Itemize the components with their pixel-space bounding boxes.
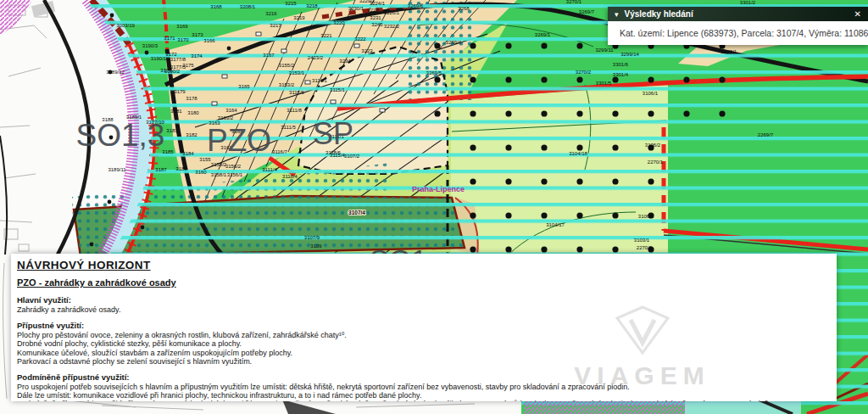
parcel-label: 3220 bbox=[333, 20, 345, 25]
parcel-label: 3104/18 bbox=[569, 151, 587, 156]
parcel-label: 3156/1 bbox=[227, 172, 243, 177]
parcel-label: 3301/4 bbox=[613, 72, 629, 77]
parcel-label: 3174 bbox=[191, 53, 203, 59]
parcel-label: 3184 bbox=[182, 151, 194, 156]
parcel-label: 3171 bbox=[164, 36, 175, 41]
search-results-header[interactable]: ▾ Výsledky hledání ✕ bbox=[608, 7, 868, 21]
parcel-label: 3231 bbox=[370, 15, 381, 20]
parcel-label: 3270/2 bbox=[576, 70, 592, 75]
parcel-label: 3107/9 bbox=[304, 235, 320, 240]
panel-subtitle: PZO - zahrádky a zahrádkové osady bbox=[17, 277, 828, 288]
section-line: Plochy pro pěstování ovoce, zeleniny a o… bbox=[17, 331, 828, 339]
parcel-label: 3181 bbox=[170, 109, 182, 114]
section-line: Podmíněně přípustné je využití přípustné… bbox=[17, 400, 828, 401]
parcel-label: 3170 bbox=[177, 37, 189, 42]
section-line: Pro uspokojení potřeb souvisejících s hl… bbox=[17, 383, 828, 391]
parcel-label: 3107/2 bbox=[344, 154, 360, 159]
zone-label: SO1,3 bbox=[76, 118, 165, 153]
parcel-label: 3166 bbox=[203, 38, 215, 43]
search-results-panel: ▾ Výsledky hledání ✕ Kat. území: Lipence… bbox=[608, 7, 868, 45]
parcel-label: 3269/6 bbox=[408, 3, 424, 8]
section-heading-permitted-use: Přípustné využití: bbox=[17, 321, 828, 330]
parcel-label: 3169 bbox=[176, 24, 188, 29]
parcel-label: 3160 bbox=[195, 170, 207, 175]
parcel-label: 3165 bbox=[238, 84, 250, 89]
parcel-label: 3189/11 bbox=[108, 167, 126, 172]
parcel-label: 3177/8 bbox=[170, 57, 186, 62]
parcel-label: 3229/2 bbox=[359, 0, 376, 3]
section-line: Drobné vodní plochy, cyklistické stezky,… bbox=[17, 339, 828, 348]
search-result-text: Kat. území: Lipence (683973), Parcela: 3… bbox=[620, 28, 868, 38]
parcel-label: 3115/6 bbox=[289, 90, 305, 95]
parcel-label: 3299/11 bbox=[595, 48, 614, 53]
zone-label: SP bbox=[313, 116, 353, 151]
parcel-label: 3230/1 bbox=[348, 6, 364, 11]
parcel-label: 3164 bbox=[225, 108, 237, 113]
selected-parcel-label: 3107/4 bbox=[348, 210, 365, 215]
parcel-label: 3215 bbox=[285, 1, 297, 6]
parcel-label: 3155/2 bbox=[279, 63, 295, 68]
parcel-label: 3167 bbox=[263, 53, 275, 58]
parcel-label: 3111/8 bbox=[287, 108, 302, 113]
parcel-label: 3153/2 bbox=[279, 82, 295, 87]
parcel-label: 3270/1 bbox=[566, 0, 582, 4]
parcel-label: 3190/1 bbox=[151, 56, 167, 61]
section-line: Dále lze umístit: komunikace vozidlové p… bbox=[17, 391, 828, 400]
parcel-label: 3111/5 bbox=[281, 125, 296, 130]
parcel-label: 3269/1 bbox=[535, 32, 551, 37]
zone-label: PZO bbox=[207, 123, 271, 158]
parcel-label: 3116/7 bbox=[272, 149, 288, 154]
search-results-title: Výsledky hledání bbox=[625, 9, 693, 19]
parcel-label: 3114/1 bbox=[312, 78, 328, 83]
parcel-label: 3226/1 bbox=[384, 10, 400, 15]
parcel-label: 3118/4 bbox=[282, 174, 298, 179]
zoning-info-panel: NÁVRHOVÝ HORIZONT PZO - zahrádky a zahrá… bbox=[11, 254, 837, 401]
parcel-label: 3189/12 bbox=[106, 70, 125, 75]
parcel-label: 3269/7 bbox=[579, 9, 595, 14]
parcel-label: 3106/2 bbox=[645, 143, 661, 148]
parcel-label: 3190/3 bbox=[142, 43, 159, 48]
parcel-label: 3301/5 bbox=[596, 81, 612, 86]
parcel-label: 2269/7 bbox=[758, 132, 774, 137]
parcel-label: 3183 bbox=[166, 128, 178, 133]
parcel-label: 3153/1 bbox=[289, 70, 305, 76]
parcel-label: 3111/4 bbox=[262, 167, 277, 172]
parcel-label: 3003/19 bbox=[116, 23, 135, 28]
parcel-label: 3182 bbox=[186, 132, 198, 137]
section-heading-conditional-use: Podmíněně přípustné využití: bbox=[17, 372, 828, 382]
parcel-label: 3180 bbox=[187, 110, 199, 115]
parcel-label: 3245 bbox=[371, 22, 383, 27]
parcel-label: 3168 bbox=[210, 4, 222, 9]
parcel-label: 3301/2 bbox=[740, 0, 756, 5]
parcel-label: 3158/1 bbox=[211, 172, 227, 177]
parcel-label: 3186 bbox=[175, 166, 187, 171]
place-label: Praha-Lipence bbox=[412, 185, 465, 193]
parcel-label: 3269/5 bbox=[426, 70, 442, 76]
parcel-label: 3106/1 bbox=[643, 91, 659, 96]
section-line: Komunikace účelové, sloužící stavbám a z… bbox=[17, 349, 828, 357]
parcel-label: 3104/17 bbox=[546, 222, 565, 227]
parcel-label: 3187 bbox=[155, 167, 167, 172]
map-application: 31883189/13177/1031813180318331823164316… bbox=[0, 0, 868, 414]
search-result-row[interactable]: Kat. území: Lipence (683973), Parcela: 3… bbox=[608, 21, 868, 45]
parcel-label: 3190/2 bbox=[164, 69, 181, 74]
parcel-label: 3223 bbox=[361, 48, 373, 53]
parcel-label: 3219 bbox=[293, 15, 305, 20]
parcel-label: 3234 bbox=[339, 59, 351, 64]
parcel-label: 3115/1 bbox=[330, 87, 346, 92]
parcel-label: 3217 bbox=[270, 23, 281, 28]
parcel-label: 3178 bbox=[186, 96, 198, 101]
parcel-label: 3269/4 bbox=[446, 40, 462, 45]
parcel-label: 3106/3 bbox=[638, 214, 654, 219]
parcel-label: 3232/2 bbox=[384, 24, 400, 29]
panel-title: NÁVRHOVÝ HORIZONT bbox=[17, 259, 828, 271]
parcel-label: 2270/2 bbox=[637, 245, 653, 250]
parcel-label: 3109 bbox=[310, 243, 322, 249]
parcel-label: 3173 bbox=[192, 32, 203, 37]
parcel-label: 3228 bbox=[367, 8, 379, 13]
close-panel-icon[interactable]: ✕ bbox=[854, 9, 861, 19]
parcel-label: 3103/1 bbox=[634, 238, 650, 243]
parcel-label: 3299/14 bbox=[620, 52, 639, 57]
parcel-label: 3221 bbox=[320, 33, 332, 38]
parcel-label: 3218 bbox=[306, 3, 318, 8]
